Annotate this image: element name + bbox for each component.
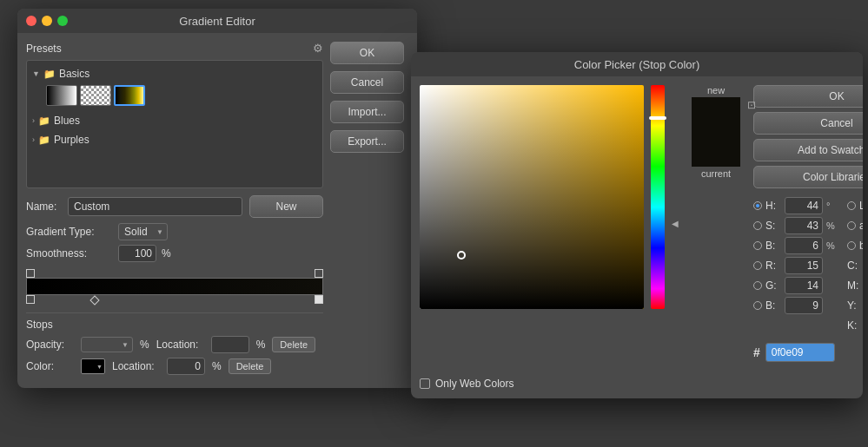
b3-radio[interactable] (847, 241, 856, 250)
hue-radio[interactable] (753, 201, 762, 210)
c-row: C: % (847, 257, 863, 274)
new-color-preview (692, 97, 740, 132)
delete-button-color[interactable]: Delete (229, 358, 272, 374)
h-input[interactable] (785, 197, 823, 214)
cp-ok-button[interactable]: OK (753, 85, 863, 108)
current-color-preview (692, 132, 740, 167)
maximize-button[interactable] (57, 16, 68, 26)
export-button[interactable]: Export... (330, 130, 404, 153)
green-radio[interactable] (753, 281, 762, 290)
new-color-label: new (707, 85, 725, 95)
cp-cancel-button[interactable]: Cancel (753, 112, 863, 135)
gradient-editor-left: Presets ⚙ ▼ 📁 Basics (26, 42, 323, 379)
preset-group-purples-header[interactable]: › 📁 Purples (32, 132, 317, 148)
hex-input[interactable] (765, 343, 835, 362)
name-row: Name: New (26, 195, 323, 218)
brightness-radio[interactable] (753, 241, 762, 250)
hsb-rgb-values: H: ° S: % B: (753, 197, 838, 334)
g-input[interactable] (785, 277, 823, 294)
y-row: Y: % (847, 297, 863, 314)
location-input-opacity[interactable] (211, 336, 249, 353)
saturation-row: S: % (753, 217, 838, 234)
gradient-type-select-wrapper: Solid Noise (118, 223, 168, 240)
color-picker-body: ◀ new ⊡ current OK Cancel Add to Swatche… (411, 76, 863, 371)
name-input[interactable] (68, 197, 242, 216)
r-input[interactable] (785, 257, 823, 274)
new-button[interactable]: New (249, 195, 323, 218)
color-field-dark (420, 85, 644, 309)
preset-group-blues-header[interactable]: › 📁 Blues (32, 113, 317, 128)
hue-slider-wrapper (651, 85, 665, 309)
preset-swatch-custom[interactable] (114, 85, 145, 106)
opacity-label: Opacity: (26, 339, 74, 351)
color-field[interactable] (420, 85, 644, 309)
color-picker-title: Color Picker (Stop Color) (574, 58, 700, 71)
g-label: G: (765, 279, 781, 292)
cancel-button[interactable]: Cancel (330, 71, 404, 94)
preset-group-basics: ▼ 📁 Basics (32, 66, 317, 109)
name-label: Name: (26, 200, 61, 213)
l-radio[interactable] (847, 201, 856, 210)
red-row: R: (753, 257, 838, 274)
stops-section: Stops Opacity: % Location: % Delete (26, 312, 323, 375)
gradient-bar[interactable] (26, 278, 323, 295)
midpoint-diamond[interactable] (90, 295, 100, 305)
close-button[interactable] (26, 16, 36, 26)
b2-input[interactable] (785, 297, 823, 314)
blue-radio[interactable] (753, 301, 762, 310)
only-web-colors-checkbox[interactable] (420, 378, 430, 389)
bottom-stop-marker-left[interactable] (26, 295, 35, 304)
color-location-label: Location: (112, 360, 160, 372)
saturation-radio[interactable] (753, 221, 762, 230)
gear-icon[interactable]: ⚙ (313, 42, 323, 55)
s-input[interactable] (785, 217, 823, 234)
bottom-stop-marker-right[interactable] (315, 295, 323, 304)
gradient-top-stops (26, 267, 323, 278)
delete-button-opacity[interactable]: Delete (272, 337, 315, 352)
copy-icon[interactable]: ⊡ (747, 99, 756, 111)
window-controls (26, 16, 68, 26)
red-radio[interactable] (753, 261, 762, 270)
preset-group-purples: › 📁 Purples (32, 132, 317, 148)
minimize-button[interactable] (42, 16, 52, 26)
smoothness-input[interactable] (118, 245, 156, 262)
k-label: K: (847, 319, 863, 332)
presets-container[interactable]: ▼ 📁 Basics › 📁 Blues (26, 60, 323, 188)
c-label: C: (847, 260, 863, 272)
smoothness-unit: % (162, 247, 171, 260)
preset-swatch-bw[interactable] (46, 85, 77, 106)
s-unit: % (826, 220, 838, 231)
b-input[interactable] (785, 237, 823, 254)
gradient-editor-window: Gradient Editor Presets ⚙ ▼ 📁 Basics (17, 9, 417, 388)
preset-group-basics-header[interactable]: ▼ 📁 Basics (32, 66, 317, 82)
folder-icon: 📁 (43, 69, 56, 80)
r-label: R: (765, 260, 781, 272)
gradient-bar-container (26, 267, 323, 307)
color-libraries-button[interactable]: Color Libraries (753, 166, 863, 188)
add-to-swatches-button[interactable]: Add to Swatches (753, 139, 863, 161)
s-label: S: (765, 220, 781, 232)
opacity-select[interactable] (81, 337, 133, 352)
gradient-type-select[interactable]: Solid Noise (118, 223, 168, 240)
color-swatch-small[interactable] (81, 358, 105, 374)
presets-label: Presets (26, 43, 62, 55)
arrow-button[interactable]: ◀ (672, 85, 679, 362)
a-radio[interactable] (847, 221, 856, 230)
opacity-stop-row: Opacity: % Location: % Delete (26, 336, 323, 353)
top-stop-marker-left[interactable] (26, 269, 35, 278)
k-row: K: % (847, 317, 863, 334)
import-button[interactable]: Import... (330, 101, 404, 123)
preset-group-basics-name: Basics (59, 68, 89, 80)
opacity-select-wrapper (81, 337, 133, 352)
ok-button[interactable]: OK (330, 42, 404, 64)
color-stop-row: Color: Location: % Delete (26, 358, 323, 375)
top-stop-marker-right[interactable] (315, 269, 323, 278)
opacity-unit: % (140, 339, 149, 351)
preset-group-blues-name: Blues (54, 115, 80, 127)
l-row: L: (847, 197, 863, 214)
brightness-row: B: % (753, 237, 838, 254)
h-unit: ° (826, 200, 838, 211)
color-location-input[interactable] (167, 358, 205, 375)
preset-swatch-transparent[interactable] (80, 85, 111, 106)
hue-slider[interactable] (651, 85, 665, 309)
